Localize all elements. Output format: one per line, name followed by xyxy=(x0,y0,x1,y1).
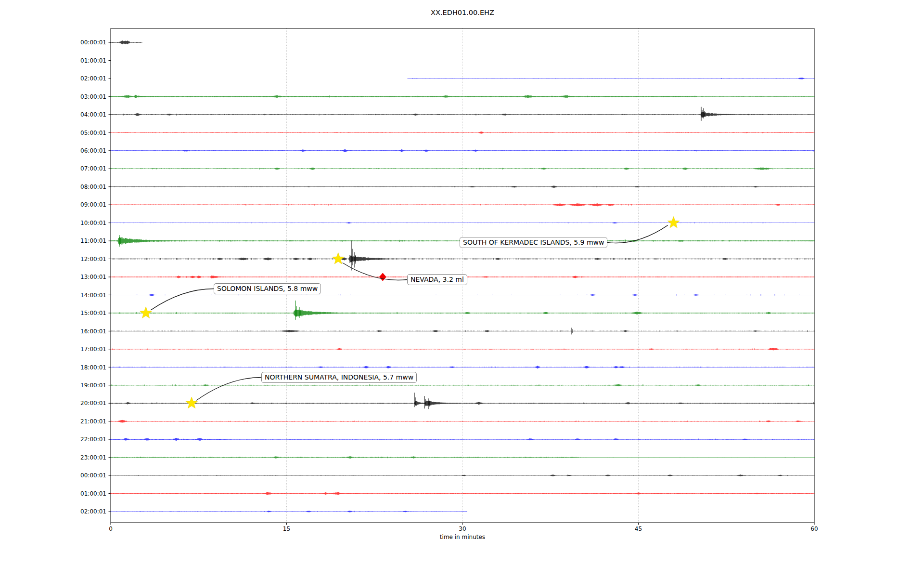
y-tick-label: 19:00:01 xyxy=(80,382,106,389)
trace-row-20 xyxy=(111,393,814,409)
event-star-icon xyxy=(667,217,680,228)
y-tick-label: 16:00:01 xyxy=(80,328,106,335)
event-star-icon xyxy=(332,253,344,264)
helicorder-plot: 015304560time in minutes00:00:0101:00:01… xyxy=(0,0,924,578)
y-tick-label: 03:00:01 xyxy=(80,93,106,100)
trace-row-14 xyxy=(111,294,814,296)
event-arrow xyxy=(607,225,668,243)
x-tick-label: 30 xyxy=(459,525,466,532)
y-tick-label: 18:00:01 xyxy=(80,364,106,371)
y-tick-label: 00:00:01 xyxy=(80,472,106,479)
event-arrow xyxy=(343,263,407,280)
y-tick-label: 02:00:01 xyxy=(80,75,106,82)
y-tick-label: 00:00:01 xyxy=(80,39,106,46)
seismogram-figure: XX.EDH01.00.EHZ 015304560time in minutes… xyxy=(0,0,924,578)
trace-row-10 xyxy=(111,222,814,223)
x-tick-label: 45 xyxy=(635,525,642,532)
y-tick-label: 22:00:01 xyxy=(80,436,106,443)
y-tick-label: 10:00:01 xyxy=(80,220,106,226)
trace-row-0 xyxy=(111,40,142,44)
trace-row-26 xyxy=(111,511,467,512)
trace-row-16 xyxy=(111,328,814,334)
x-tick-label: 15 xyxy=(283,525,290,532)
trace-row-2 xyxy=(408,78,814,79)
event-star-icon xyxy=(140,307,152,318)
y-tick-label: 02:00:01 xyxy=(80,508,106,515)
event-arrow xyxy=(196,378,261,401)
trace-row-24 xyxy=(111,474,814,476)
event-label-kermadec: SOUTH OF KERMADEC ISLANDS, 5.9 mww xyxy=(460,237,607,248)
y-tick-label: 17:00:01 xyxy=(80,346,106,353)
event-label-solomon: SOLOMON ISLANDS, 5.8 mww xyxy=(214,283,321,294)
trace-row-3 xyxy=(111,95,814,98)
event-label-nevada: NEVADA, 3.2 ml xyxy=(407,274,467,285)
trace-row-17 xyxy=(111,348,814,350)
trace-row-19 xyxy=(111,384,814,387)
y-tick-label: 21:00:01 xyxy=(80,418,106,425)
y-tick-label: 08:00:01 xyxy=(80,184,106,190)
y-tick-label: 13:00:01 xyxy=(80,274,106,280)
y-tick-label: 05:00:01 xyxy=(80,130,106,136)
x-axis-title: time in minutes xyxy=(440,534,485,540)
trace-row-23 xyxy=(111,456,814,459)
event-star-icon xyxy=(186,397,198,408)
y-tick-label: 06:00:01 xyxy=(80,147,106,154)
y-tick-label: 12:00:01 xyxy=(80,256,106,263)
y-tick-label: 04:00:01 xyxy=(80,111,106,118)
x-tick-label: 0 xyxy=(109,525,113,532)
trace-row-7 xyxy=(111,168,814,171)
y-tick-label: 01:00:01 xyxy=(80,490,106,497)
y-tick-label: 11:00:01 xyxy=(80,237,106,244)
y-tick-label: 07:00:01 xyxy=(80,165,106,172)
y-tick-label: 20:00:01 xyxy=(80,400,106,407)
diamond-marker xyxy=(379,273,386,281)
y-tick-label: 23:00:01 xyxy=(80,454,106,461)
event-arrow xyxy=(151,289,214,310)
y-tick-label: 09:00:01 xyxy=(80,201,106,208)
x-tick-label: 60 xyxy=(810,525,818,532)
y-tick-label: 01:00:01 xyxy=(80,57,106,64)
y-tick-label: 15:00:01 xyxy=(80,310,106,316)
event-label-sumatra: NORTHERN SUMATRA, INDONESIA, 5.7 mww xyxy=(261,372,417,383)
y-tick-label: 14:00:01 xyxy=(80,292,106,299)
trace-row-6 xyxy=(111,149,814,152)
